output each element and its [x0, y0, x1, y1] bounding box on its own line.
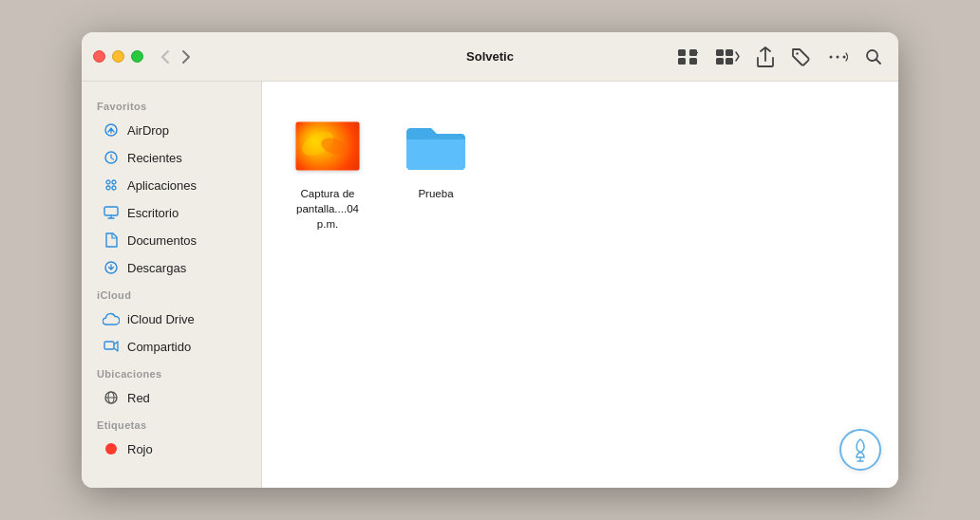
sidebar-label-icloud-drive: iCloud Drive [127, 312, 195, 326]
cloud-icon [103, 310, 120, 327]
titlebar: Solvetic [82, 32, 898, 82]
svg-point-18 [112, 186, 116, 190]
svg-rect-19 [104, 207, 118, 215]
folder-icon [403, 119, 469, 174]
screenshot-filename: Captura depantalla....04 p.m. [292, 186, 363, 232]
desktop-icon [103, 204, 120, 221]
finder-window: Solvetic [82, 32, 898, 488]
siri-button[interactable] [839, 429, 881, 471]
sidebar-item-aplicaciones[interactable]: Aplicaciones [87, 172, 255, 198]
network-icon [103, 389, 120, 406]
view-icon-button[interactable] [672, 45, 703, 69]
svg-rect-3 [689, 58, 697, 65]
apps-icon [103, 176, 120, 194]
shared-icon [103, 338, 120, 355]
sidebar-section-icloud: iCloud [82, 282, 261, 305]
content-area: Favoritos AirDrop Recientes [82, 82, 898, 488]
prueba-filename: Prueba [418, 186, 453, 201]
sidebar-label-rojo: Rojo [127, 442, 153, 456]
sidebar-section-etiquetas: Etiquetas [82, 412, 261, 435]
sidebar-item-icloud-drive[interactable]: iCloud Drive [87, 306, 255, 332]
nav-area [155, 46, 197, 68]
file-area: Captura depantalla....04 p.m. Prueba [262, 82, 898, 488]
sidebar-item-documentos[interactable]: Documentos [87, 227, 255, 253]
svg-point-11 [843, 55, 846, 58]
window-title: Solvetic [466, 49, 514, 64]
tag-button[interactable] [786, 44, 815, 70]
file-item-prueba[interactable]: Prueba [393, 104, 479, 239]
toolbar-right [672, 43, 887, 71]
more-button[interactable] [822, 45, 853, 69]
svg-rect-5 [726, 49, 733, 56]
sidebar-item-compartido[interactable]: Compartido [87, 333, 255, 360]
sidebar-label-recientes: Recientes [127, 151, 182, 165]
sidebar: Favoritos AirDrop Recientes [82, 82, 262, 488]
svg-point-15 [106, 180, 110, 184]
sidebar-label-escritorio: Escritorio [127, 206, 179, 220]
back-button[interactable] [155, 46, 176, 68]
sidebar-label-airdrop: AirDrop [127, 123, 169, 138]
sidebar-item-red[interactable]: Red [87, 384, 255, 411]
siri-icon [850, 437, 871, 462]
sidebar-item-recientes[interactable]: Recientes [87, 144, 255, 171]
svg-rect-6 [716, 58, 724, 65]
traffic-lights [93, 50, 143, 63]
svg-rect-4 [716, 49, 724, 56]
sidebar-section-ubicaciones: Ubicaciones [82, 361, 261, 383]
svg-point-8 [796, 52, 798, 54]
svg-rect-1 [689, 49, 697, 56]
download-icon [103, 259, 120, 276]
svg-rect-2 [678, 58, 686, 65]
sidebar-item-descargas[interactable]: Descargas [87, 254, 255, 281]
sidebar-item-rojo[interactable]: Rojo [87, 436, 255, 462]
sidebar-label-documentos: Documentos [127, 233, 197, 248]
folder-icon-wrapper [402, 112, 470, 180]
search-button[interactable] [860, 45, 887, 69]
svg-point-9 [830, 55, 833, 58]
forward-button[interactable] [176, 46, 197, 68]
svg-rect-7 [726, 58, 733, 65]
doc-icon [103, 232, 120, 249]
screenshot-icon-wrapper [293, 112, 362, 180]
arrange-button[interactable] [710, 45, 744, 69]
sidebar-item-escritorio[interactable]: Escritorio [87, 199, 255, 226]
sidebar-label-descargas: Descargas [127, 261, 186, 275]
svg-rect-21 [104, 342, 114, 349]
svg-rect-0 [678, 49, 686, 56]
sidebar-item-airdrop[interactable]: AirDrop [87, 117, 255, 143]
sidebar-label-aplicaciones: Aplicaciones [127, 178, 197, 193]
fullscreen-button[interactable] [131, 50, 143, 63]
file-grid: Captura depantalla....04 p.m. Prueba [285, 104, 876, 239]
svg-point-16 [112, 180, 116, 184]
airdrop-icon [103, 121, 120, 139]
sidebar-section-favoritos: Favoritos [82, 93, 261, 116]
svg-point-10 [837, 55, 839, 58]
sidebar-label-compartido: Compartido [127, 340, 191, 354]
clock-icon [103, 149, 120, 166]
minimize-button[interactable] [112, 50, 124, 63]
file-item-screenshot[interactable]: Captura depantalla....04 p.m. [285, 104, 370, 239]
tag-red-icon [103, 440, 120, 457]
close-button[interactable] [93, 50, 105, 63]
svg-point-17 [106, 186, 110, 190]
share-button[interactable] [752, 43, 779, 71]
sidebar-label-red: Red [127, 391, 150, 405]
screenshot-thumb [295, 121, 360, 171]
